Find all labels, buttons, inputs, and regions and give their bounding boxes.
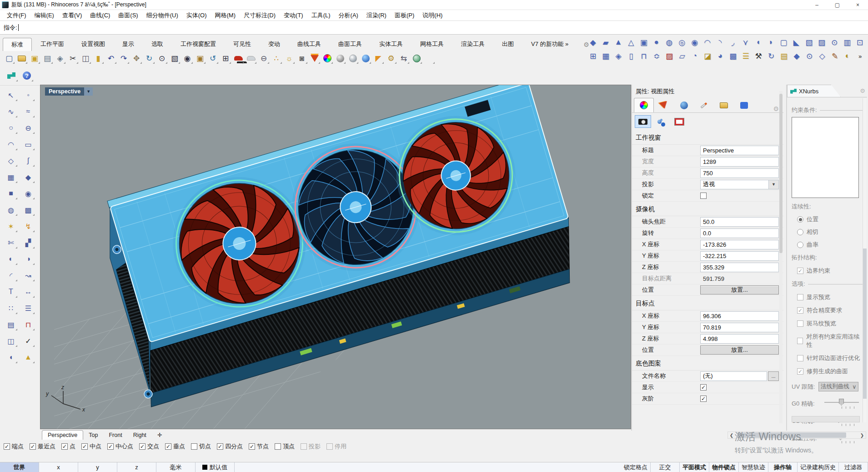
- menu-item[interactable]: 面板(P): [391, 10, 418, 20]
- toolbar-tab[interactable]: 选取: [143, 37, 172, 51]
- status-cell[interactable]: 默认值: [196, 462, 235, 472]
- menu-item[interactable]: 曲面(S): [114, 10, 142, 20]
- single-point-icon[interactable]: ◦: [20, 88, 36, 102]
- constraints-listbox[interactable]: [792, 117, 859, 198]
- menu-item[interactable]: 实体(O): [182, 10, 211, 20]
- xnurbs-plugin-icon[interactable]: [4, 69, 19, 82]
- status-cell[interactable]: z: [117, 462, 156, 472]
- property-value-input[interactable]: 4.998: [700, 334, 779, 344]
- split-icon[interactable]: ▞: [20, 236, 36, 249]
- menu-item[interactable]: 工具(L): [307, 10, 335, 20]
- viewport-title-menu[interactable]: Perspective ▼: [45, 87, 93, 96]
- osnap-toggle[interactable]: 停用: [326, 442, 346, 451]
- earth-icon[interactable]: [410, 52, 423, 65]
- ellipsoid-icon[interactable]: ◍: [663, 36, 676, 49]
- boolean-difference-icon[interactable]: ◑: [20, 252, 36, 266]
- solid-box-icon[interactable]: ■: [3, 187, 19, 200]
- sphere-link-icon[interactable]: ⊙: [828, 36, 841, 49]
- point-cloud-icon[interactable]: ∴: [270, 52, 283, 65]
- menu-item[interactable]: 尺寸标注(D): [240, 10, 280, 20]
- save-icon[interactable]: ▣: [28, 52, 41, 65]
- flip-surface-2-icon[interactable]: ◇: [816, 50, 828, 62]
- slider-handle[interactable]: [839, 399, 844, 406]
- menu-item[interactable]: 渲染(R): [362, 10, 391, 20]
- clamp-icon[interactable]: ⊓: [637, 50, 650, 62]
- corner-surface-icon[interactable]: ◗: [764, 36, 777, 49]
- perspective-viewport[interactable]: Perspective ▼: [40, 85, 631, 429]
- shell-icon[interactable]: ◕: [714, 50, 727, 62]
- surface-patch-icon[interactable]: ▩: [20, 203, 36, 217]
- brush-icon[interactable]: ✎: [828, 50, 841, 62]
- command-input[interactable]: [19, 22, 868, 33]
- osnap-checkbox[interactable]: [4, 443, 10, 450]
- osnap-toggle[interactable]: 点: [61, 442, 75, 451]
- zoom-extents-icon[interactable]: ▣: [194, 52, 206, 65]
- split-sphere-icon[interactable]: ◐: [841, 50, 854, 62]
- property-value-input[interactable]: -322.215: [700, 251, 779, 261]
- bucket-icon[interactable]: ▯: [625, 50, 637, 62]
- extend-curve-icon[interactable]: ↝: [20, 269, 36, 282]
- flip-surface-icon[interactable]: ◆: [790, 50, 803, 62]
- mesh-point-icon[interactable]: ◈: [612, 50, 625, 62]
- gumball-icon[interactable]: ⇆: [397, 52, 410, 65]
- status-toggle[interactable]: 操作轴: [768, 462, 798, 472]
- cut-icon[interactable]: ✂: [66, 52, 79, 65]
- viewport-tab[interactable]: Perspective: [42, 430, 83, 440]
- slider-track[interactable]: [824, 399, 859, 409]
- option-checkbox[interactable]: 符合精度要求: [797, 306, 863, 315]
- osnap-checkbox[interactable]: [217, 443, 223, 450]
- menu-item[interactable]: 说明(H): [418, 10, 447, 20]
- print-icon[interactable]: ▤: [41, 52, 54, 65]
- new-file-icon[interactable]: ▢: [3, 52, 15, 65]
- status-toggle[interactable]: 锁定格点: [621, 462, 651, 472]
- tilt-panel-icon[interactable]: ◪: [701, 50, 714, 62]
- option-checkbox[interactable]: 斑马纹预览: [797, 320, 863, 328]
- status-cell[interactable]: y: [78, 462, 117, 472]
- menu-item[interactable]: 变动(T): [280, 10, 307, 20]
- box-link-icon[interactable]: ⊡: [853, 36, 866, 49]
- toolbar-tab[interactable]: 工作视窗配置: [172, 37, 225, 51]
- osnap-toggle[interactable]: 投影: [301, 442, 321, 451]
- folder-tab-icon[interactable]: [714, 98, 734, 112]
- redo-icon[interactable]: ↷: [117, 52, 130, 65]
- undo-icon[interactable]: ↶: [105, 52, 117, 65]
- solid-spheres-icon[interactable]: ◉: [20, 187, 36, 200]
- property-value-input[interactable]: -173.826: [700, 240, 779, 249]
- menu-item[interactable]: 曲线(C): [86, 10, 114, 20]
- browse-button[interactable]: ...: [768, 371, 779, 381]
- shaded-sphere-icon[interactable]: [334, 52, 346, 65]
- extrude-icon[interactable]: ▤: [3, 318, 19, 331]
- osnap-toggle[interactable]: 中心点: [107, 442, 133, 451]
- status-toggle[interactable]: 正交: [651, 462, 680, 472]
- property-value-input[interactable]: 1289: [700, 157, 779, 167]
- property-value-input[interactable]: 70.819: [700, 323, 779, 332]
- wrench-icon[interactable]: ⚒: [752, 50, 765, 62]
- quad-grid-icon[interactable]: ▩: [727, 50, 739, 62]
- lock-icon[interactable]: ◙: [296, 52, 308, 65]
- osnap-toggle[interactable]: 中点: [81, 442, 101, 451]
- osnap-checkbox[interactable]: [107, 443, 114, 450]
- osnap-checkbox[interactable]: [326, 443, 333, 450]
- continuity-radio[interactable]: 相切: [797, 228, 863, 236]
- toolbar-tab[interactable]: 标准: [3, 38, 32, 51]
- help-tab-icon[interactable]: [734, 98, 754, 112]
- surface-sweep-icon[interactable]: ◆: [20, 170, 36, 184]
- dropdown-caret-icon[interactable]: ▼: [769, 180, 779, 189]
- osnap-checkbox[interactable]: [139, 443, 146, 450]
- zoom-selected-icon[interactable]: ◉: [181, 52, 194, 65]
- pull-curve-icon[interactable]: ↯: [20, 219, 36, 233]
- arc-surface-2-icon[interactable]: ◝: [714, 36, 727, 49]
- arc-icon[interactable]: ◠: [3, 137, 19, 151]
- torus-icon[interactable]: ◎: [676, 36, 688, 49]
- status-cell[interactable]: 毫米: [156, 462, 196, 472]
- boolean-union-icon[interactable]: ◐: [3, 252, 19, 266]
- explode-icon[interactable]: ✶: [3, 219, 19, 233]
- xnurbs-tab[interactable]: XNurbs: [787, 85, 841, 97]
- menu-item[interactable]: 编辑(E): [30, 10, 58, 20]
- menu-item[interactable]: 分析(A): [335, 10, 362, 20]
- option-checkbox[interactable]: 对所有约束应用连续性: [797, 333, 863, 349]
- toolbar-tab[interactable]: 实体工具: [371, 37, 411, 51]
- place-button[interactable]: 放置...: [700, 345, 779, 355]
- arc-surface-1-icon[interactable]: ◠: [701, 36, 714, 49]
- toolbar-tab[interactable]: 工作平面: [32, 37, 73, 51]
